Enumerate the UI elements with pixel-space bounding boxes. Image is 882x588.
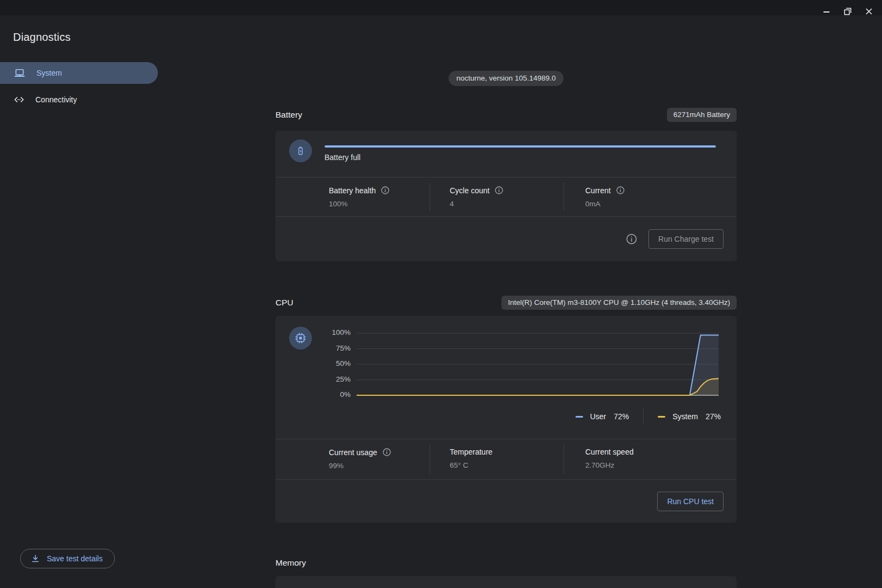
sidebar-item-system[interactable]: System — [0, 62, 158, 84]
info-icon[interactable] — [381, 186, 390, 195]
divider — [643, 409, 644, 424]
battery-health-label: Battery health — [329, 186, 376, 195]
board-version-badge: nocturne, version 105.14989.0 — [449, 71, 563, 86]
sidebar-item-label: Connectivity — [35, 95, 77, 104]
laptop-icon — [14, 68, 25, 78]
cpu-model-badge: Intel(R) Core(TM) m3-8100Y CPU @ 1.10GHz… — [501, 296, 737, 310]
info-icon[interactable] — [494, 186, 504, 195]
current-speed-value: 2.70GHz — [585, 461, 737, 469]
temperature-label: Temperature — [450, 448, 493, 456]
user-legend-label: User — [590, 412, 607, 421]
battery-section-title: Battery — [275, 110, 302, 120]
y-axis-tick: 0% — [308, 390, 351, 399]
battery-icon — [295, 145, 306, 156]
network-icon — [13, 94, 25, 106]
y-axis-tick: 75% — [308, 344, 351, 352]
cycle-count-label: Cycle count — [450, 186, 489, 195]
minimize-button[interactable] — [822, 7, 831, 16]
user-legend-dash — [575, 416, 583, 418]
info-icon[interactable] — [382, 448, 391, 457]
memory-section-title: Memory — [275, 558, 306, 568]
system-legend-value: 27% — [706, 412, 721, 421]
restore-button[interactable] — [843, 7, 852, 16]
window-controls — [822, 7, 873, 16]
current-usage-label: Current usage — [329, 448, 377, 457]
current-value: 0mA — [585, 200, 737, 208]
run-cpu-test-button[interactable]: Run CPU test — [657, 492, 724, 511]
battery-health-value: 100% — [329, 200, 430, 208]
y-axis-tick: 50% — [308, 359, 351, 367]
battery-progress-bar — [324, 145, 716, 148]
current-speed-label: Current speed — [585, 448, 634, 456]
cycle-count-value: 4 — [450, 200, 564, 208]
battery-capacity-badge: 6271mAh Battery — [667, 108, 737, 122]
close-icon — [865, 7, 873, 16]
battery-progress-fill — [324, 145, 716, 148]
cpu-chart-legend: User 72% System 27% — [575, 409, 721, 424]
cpu-chip-icon — [295, 332, 307, 344]
sidebar-item-label: System — [36, 69, 62, 77]
memory-card — [275, 576, 737, 588]
current-usage-value: 99% — [329, 462, 430, 470]
save-test-details-label: Save test details — [47, 554, 103, 563]
y-axis-tick: 100% — [308, 328, 351, 336]
restore-icon — [843, 7, 852, 16]
cpu-section-title: CPU — [275, 298, 293, 308]
page-title: Diagnostics — [13, 31, 71, 44]
info-icon[interactable] — [626, 233, 638, 245]
minimize-icon — [822, 7, 831, 16]
run-charge-test-button[interactable]: Run Charge test — [648, 229, 724, 249]
cpu-usage-chart — [357, 333, 719, 396]
battery-status-text: Battery full — [324, 153, 360, 162]
info-icon[interactable] — [616, 186, 625, 195]
temperature-value: 65° C — [450, 461, 564, 469]
main-content: nocturne, version 105.14989.0 Battery 62… — [275, 0, 737, 588]
close-button[interactable] — [865, 7, 873, 16]
user-legend-value: 72% — [614, 412, 629, 421]
battery-card: Battery full Battery health 100% Cycle c… — [275, 131, 737, 261]
system-legend-dash — [658, 416, 665, 418]
y-axis-tick: 25% — [308, 375, 351, 383]
current-label: Current — [585, 186, 611, 195]
system-legend-label: System — [672, 412, 698, 421]
cpu-card: 100%75%50%25%0% User 72% System 27% Curr… — [275, 316, 737, 523]
save-test-details-button[interactable]: Save test details — [20, 549, 115, 568]
download-icon — [30, 554, 40, 564]
sidebar-item-connectivity[interactable]: Connectivity — [0, 89, 158, 111]
battery-icon-circle — [289, 139, 312, 162]
